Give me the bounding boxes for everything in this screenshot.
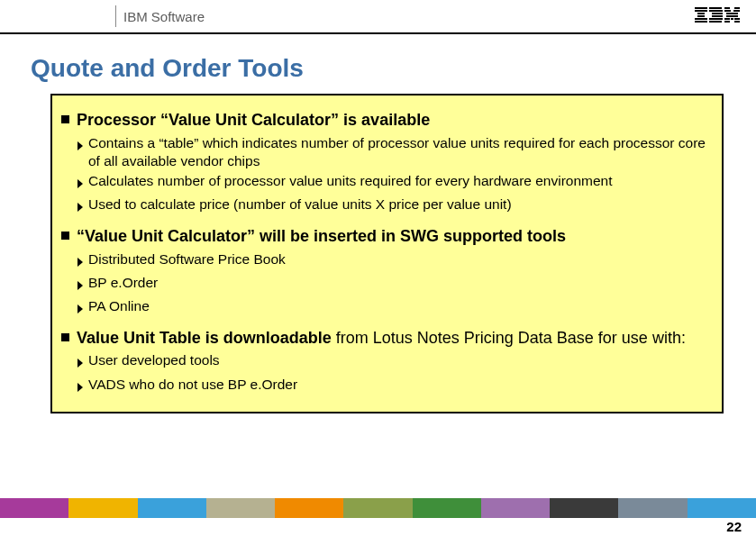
bullet-body: Processor “Value Unit Calculator” is ava… bbox=[77, 110, 711, 217]
footer-segment bbox=[481, 498, 550, 518]
sub-bullet-text: Distributed Software Price Book bbox=[88, 250, 711, 272]
svg-rect-5 bbox=[695, 21, 707, 23]
footer-segment bbox=[618, 498, 687, 518]
sub-bullet-item: Contains a “table” which indicates numbe… bbox=[77, 134, 711, 170]
svg-rect-7 bbox=[709, 10, 723, 12]
footer-segment bbox=[343, 498, 412, 518]
square-bullet-icon bbox=[61, 232, 69, 240]
bullet-text: Processor “Value Unit Calculator” is ava… bbox=[77, 110, 711, 131]
bullet-text: “Value Unit Calculator” will be inserted… bbox=[77, 226, 711, 247]
bullet-text: Value Unit Table is downloadable from Lo… bbox=[77, 328, 711, 349]
footer-segment bbox=[275, 498, 343, 518]
arrow-icon bbox=[77, 199, 86, 217]
square-bullet-icon bbox=[61, 115, 69, 123]
header-left-pad bbox=[0, 0, 115, 32]
page-number: 22 bbox=[726, 519, 742, 534]
footer-segment bbox=[206, 498, 275, 518]
arrow-icon bbox=[77, 379, 86, 397]
svg-rect-20 bbox=[731, 18, 733, 20]
sub-list: Contains a “table” which indicates numbe… bbox=[77, 134, 711, 218]
arrow-icon bbox=[77, 254, 86, 272]
sub-bullet-item: Distributed Software Price Book bbox=[77, 250, 711, 272]
header-bar: IBM Software bbox=[0, 0, 756, 34]
sub-bullet-text: Used to calculate price (number of value… bbox=[88, 195, 711, 217]
arrow-icon bbox=[77, 301, 86, 319]
sub-list: Distributed Software Price BookBP e.Orde… bbox=[77, 250, 711, 319]
footer-segment bbox=[68, 498, 137, 518]
svg-rect-19 bbox=[724, 18, 730, 20]
svg-rect-2 bbox=[697, 13, 705, 14]
svg-rect-10 bbox=[709, 18, 723, 20]
svg-rect-23 bbox=[734, 21, 740, 23]
svg-rect-11 bbox=[709, 21, 722, 23]
content-box: Processor “Value Unit Calculator” is ava… bbox=[50, 94, 724, 413]
bullet-item: “Value Unit Calculator” will be inserted… bbox=[61, 226, 711, 319]
header-brand-title: IBM Software bbox=[116, 0, 695, 32]
sub-bullet-text: VADS who do not use BP e.Order bbox=[88, 376, 711, 397]
sub-bullet-item: Used to calculate price (number of value… bbox=[77, 195, 711, 217]
svg-rect-6 bbox=[709, 7, 722, 9]
footer-segment bbox=[138, 498, 206, 518]
svg-rect-8 bbox=[712, 13, 723, 14]
arrow-icon bbox=[77, 277, 86, 295]
arrow-icon bbox=[77, 176, 86, 194]
svg-rect-3 bbox=[697, 15, 705, 17]
svg-rect-18 bbox=[726, 15, 738, 17]
sub-bullet-item: User developed tools bbox=[77, 351, 711, 373]
bullet-body: Value Unit Table is downloadable from Lo… bbox=[77, 328, 711, 397]
svg-rect-22 bbox=[724, 21, 730, 23]
bullet-item: Value Unit Table is downloadable from Lo… bbox=[61, 328, 711, 397]
sub-list: User developed toolsVADS who do not use … bbox=[77, 351, 711, 396]
svg-rect-15 bbox=[733, 10, 740, 12]
sub-bullet-text: Calculates number of processor value uni… bbox=[88, 172, 711, 194]
ibm-logo-icon bbox=[695, 0, 756, 32]
svg-rect-21 bbox=[734, 18, 740, 20]
svg-rect-17 bbox=[732, 13, 738, 14]
sub-bullet-item: PA Online bbox=[77, 297, 711, 319]
square-bullet-icon bbox=[61, 333, 69, 341]
svg-rect-12 bbox=[724, 7, 730, 9]
footer-segment bbox=[550, 498, 618, 518]
bullet-item: Processor “Value Unit Calculator” is ava… bbox=[61, 110, 711, 217]
slide-title: Quote and Order Tools bbox=[31, 54, 756, 83]
sub-bullet-text: BP e.Order bbox=[88, 274, 711, 295]
sub-bullet-item: Calculates number of processor value uni… bbox=[77, 172, 711, 194]
svg-rect-0 bbox=[695, 7, 707, 9]
sub-bullet-item: VADS who do not use BP e.Order bbox=[77, 376, 711, 397]
footer-color-strip bbox=[0, 498, 756, 518]
sub-bullet-text: User developed tools bbox=[88, 351, 711, 373]
arrow-icon bbox=[77, 138, 86, 170]
arrow-icon bbox=[77, 355, 86, 373]
sub-bullet-item: BP e.Order bbox=[77, 274, 711, 295]
svg-rect-1 bbox=[695, 10, 707, 12]
svg-rect-4 bbox=[695, 18, 707, 20]
svg-rect-13 bbox=[734, 7, 740, 9]
svg-rect-16 bbox=[726, 13, 733, 14]
svg-rect-14 bbox=[724, 10, 731, 12]
footer-segment bbox=[413, 498, 481, 518]
bullet-body: “Value Unit Calculator” will be inserted… bbox=[77, 226, 711, 319]
footer-segment bbox=[688, 498, 756, 518]
sub-bullet-text: PA Online bbox=[88, 297, 711, 319]
footer-segment bbox=[0, 498, 68, 518]
sub-bullet-text: Contains a “table” which indicates numbe… bbox=[88, 134, 711, 170]
svg-rect-9 bbox=[712, 15, 723, 17]
